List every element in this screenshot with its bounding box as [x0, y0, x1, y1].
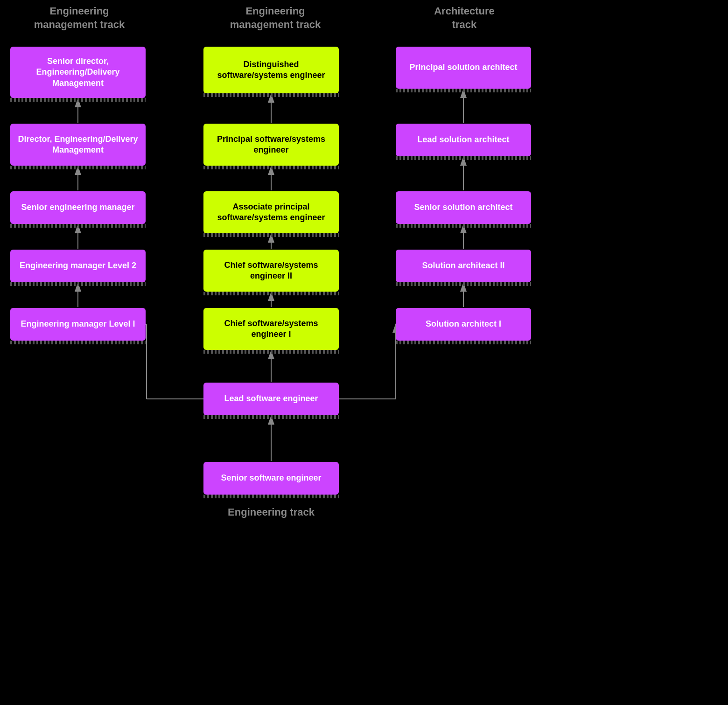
lead-arch-card: Lead solution architect [396, 124, 531, 156]
arch-ii-card: Solution architeact II [396, 250, 531, 282]
senior-eng-manager-card: Senior engineering manager [10, 191, 146, 224]
lead-sw-card: Lead software engineer [203, 383, 339, 415]
principal-arch-card: Principal solution architect [396, 47, 531, 89]
arch-i-card: Solution architect I [396, 308, 531, 341]
director-card: Director, Engineering/Delivery Managemen… [10, 124, 146, 166]
chief-sw-ii-card: Chief software/systems engineer II [203, 250, 339, 292]
senior-director-card: Senior director, Engineering/Delivery Ma… [10, 47, 146, 98]
track-header-3: Architecture track [401, 5, 527, 31]
eng-manager-l1-card: Engineering manager Level I [10, 308, 146, 341]
senior-arch-card: Senior solution architect [396, 191, 531, 224]
engineering-track-footer: Engineering track [203, 506, 339, 518]
chief-sw-i-card: Chief software/systems engineer I [203, 308, 339, 350]
assoc-principal-card: Associate principal software/systems eng… [203, 191, 339, 233]
track-header-1: Engineering management track [14, 5, 145, 31]
principal-sw-card: Principal software/systems engineer [203, 124, 339, 166]
track-header-2: Engineering management track [210, 5, 341, 31]
distinguished-card: Distinguished software/systems engineer [203, 47, 339, 93]
senior-sw-card: Senior software engineer [203, 462, 339, 495]
eng-manager-l2-card: Engineering manager Level 2 [10, 250, 146, 282]
